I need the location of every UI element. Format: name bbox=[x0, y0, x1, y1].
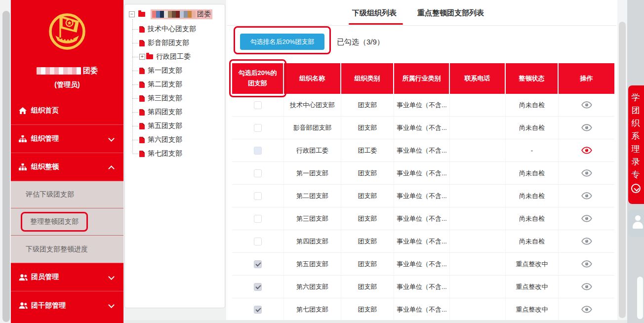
annotated-submenu-label: 整理整顿团支部 bbox=[21, 212, 88, 232]
sitemap-icon bbox=[19, 135, 28, 142]
row-checkbox-unchecked[interactable] bbox=[254, 169, 262, 177]
table-header-勾选后20%的团支部: 勾选后20%的团支部 bbox=[232, 63, 284, 94]
org-name-cell: 影音部团支部 bbox=[284, 117, 341, 139]
sidebar-item-团员管理[interactable]: 团员管理 bbox=[11, 263, 123, 291]
submenu-item-评估下级团支部[interactable]: 评估下级团支部 bbox=[11, 181, 123, 208]
view-eye-icon[interactable] bbox=[581, 306, 592, 313]
tree-item-第六团支部[interactable]: 第六团支部 bbox=[125, 133, 225, 147]
checkbox-cell bbox=[232, 94, 284, 116]
industry-cell: 事业单位（不含... bbox=[394, 276, 450, 298]
checkbox-cell bbox=[232, 117, 284, 139]
status-cell: 重点整改中 bbox=[506, 298, 559, 321]
submenu-label: 下级团支部整顿进度 bbox=[26, 245, 88, 254]
users-icon bbox=[19, 274, 28, 281]
industry-cell: 事业单位（不含... bbox=[394, 253, 450, 275]
chevron-down-icon bbox=[108, 302, 115, 308]
tree-item-影音部团支部[interactable]: 影音部团支部 bbox=[125, 36, 225, 50]
org-type-cell: 团支部 bbox=[341, 162, 394, 184]
action-cell bbox=[559, 185, 614, 207]
row-checkbox-unchecked[interactable] bbox=[254, 192, 262, 200]
tree-root-node[interactable]: − 团委 bbox=[129, 9, 212, 19]
org-name-cell: 第三团支部 bbox=[284, 207, 341, 230]
chevron-down-icon bbox=[108, 274, 115, 280]
row-checkbox-unchecked[interactable] bbox=[254, 101, 262, 109]
org-type-cell: 团支部 bbox=[341, 117, 394, 139]
org-name-cell: 第二团支部 bbox=[284, 185, 341, 207]
folder-icon bbox=[146, 54, 153, 59]
submenu-item-整理整顿团支部[interactable]: 整理整顿团支部 bbox=[11, 208, 123, 236]
view-eye-icon[interactable] bbox=[581, 169, 592, 177]
view-eye-icon[interactable] bbox=[581, 192, 592, 200]
view-eye-icon[interactable] bbox=[581, 124, 592, 131]
chevron-up-icon bbox=[108, 165, 115, 172]
tree-connector bbox=[132, 98, 138, 99]
checkbox-cell bbox=[232, 298, 284, 321]
tree-item-第三团支部[interactable]: 第三团支部 bbox=[125, 91, 225, 105]
tree-item-技术中心团支部[interactable]: 技术中心团支部 bbox=[125, 22, 225, 36]
row-checkbox-unchecked[interactable] bbox=[254, 215, 262, 223]
tree-item-label: 第六团支部 bbox=[148, 135, 182, 144]
tree-connector bbox=[132, 29, 138, 30]
tree-item-第七团支部[interactable]: 第七团支部 bbox=[125, 147, 225, 161]
tree-item-第五团支部[interactable]: 第五团支部 bbox=[125, 119, 225, 133]
view-eye-icon[interactable] bbox=[581, 283, 592, 290]
action-cell bbox=[559, 276, 614, 298]
row-checkbox-checked[interactable] bbox=[254, 306, 262, 314]
sidebar-item-团干部管理[interactable]: 团干部管理 bbox=[11, 291, 123, 320]
vertical-help-tab[interactable]: 学团织系理录专 bbox=[628, 85, 644, 204]
left-scrollbar-thumb[interactable] bbox=[2, 11, 10, 322]
org-name-cell: 第七团支部 bbox=[284, 298, 341, 321]
select-bottom20-button[interactable]: 勾选排名后20%团支部 bbox=[240, 34, 324, 50]
phone-cell bbox=[450, 230, 506, 252]
expand-icon[interactable]: + bbox=[139, 54, 145, 60]
table-row-影音部团支部: 影音部团支部团支部事业单位（不含...尚未自检 bbox=[232, 117, 614, 139]
phone-cell bbox=[450, 276, 506, 298]
vertical-tab-char: 团 bbox=[631, 104, 641, 117]
tree-item-label: 第三团支部 bbox=[148, 94, 182, 103]
sidebar-item-组织整顿[interactable]: 组织整顿 bbox=[11, 153, 123, 181]
org-name-cell: 技术中心团支部 bbox=[284, 94, 341, 116]
file-icon bbox=[139, 81, 145, 88]
submenu-item-下级团支部整顿进度[interactable]: 下级团支部整顿进度 bbox=[11, 236, 123, 263]
vertical-tab-char: 织 bbox=[631, 117, 641, 130]
view-eye-icon[interactable] bbox=[581, 215, 592, 222]
row-checkbox-disabled[interactable] bbox=[254, 147, 262, 155]
status-cell: - bbox=[506, 139, 559, 162]
content-scrollbar-thumb[interactable] bbox=[619, 22, 626, 318]
tree-item-行政团工委[interactable]: +行政团工委 bbox=[125, 50, 225, 64]
row-checkbox-unchecked[interactable] bbox=[254, 124, 262, 132]
row-checkbox-checked[interactable] bbox=[254, 260, 262, 268]
org-tree-panel: − 团委 技术中心团支部影音部团支部+行政团工委第一团支部第二团支部第三团支部第… bbox=[124, 4, 225, 308]
file-icon bbox=[139, 123, 145, 129]
tree-connector bbox=[132, 112, 138, 113]
row-checkbox-checked[interactable] bbox=[254, 283, 262, 291]
tab-重点整顿团支部列表[interactable]: 重点整顿团支部列表 bbox=[417, 8, 484, 18]
view-eye-icon[interactable] bbox=[581, 238, 592, 245]
tree-item-label: 影音部团支部 bbox=[148, 39, 189, 47]
person-tab[interactable] bbox=[628, 209, 644, 237]
row-checkbox-unchecked[interactable] bbox=[254, 238, 262, 245]
checkbox-cell bbox=[232, 207, 284, 230]
action-cell bbox=[559, 162, 614, 184]
view-eye-icon[interactable] bbox=[581, 101, 592, 109]
tree-item-第四团支部[interactable]: 第四团支部 bbox=[125, 105, 225, 119]
tab-下级组织列表[interactable]: 下级组织列表 bbox=[352, 8, 397, 18]
view-eye-icon-red[interactable] bbox=[581, 147, 592, 154]
folder-icon bbox=[138, 12, 145, 17]
bottom-scroll-strip bbox=[123, 320, 627, 323]
sidebar-item-组织首页[interactable]: 组织首页 bbox=[11, 97, 123, 125]
selected-count-text: 已勾选（3/9） bbox=[337, 38, 384, 47]
phone-cell bbox=[450, 207, 506, 230]
table-row-第六团支部: 第六团支部团支部事业单位（不含...重点整改中 bbox=[232, 276, 614, 298]
tree-item-第一团支部[interactable]: 第一团支部 bbox=[125, 64, 225, 78]
tree-root-redacted bbox=[152, 11, 196, 18]
view-eye-icon[interactable] bbox=[581, 260, 592, 268]
collapse-icon[interactable]: − bbox=[129, 11, 135, 17]
phone-cell bbox=[450, 162, 506, 184]
sidebar-item-组织管理[interactable]: 组织管理 bbox=[11, 125, 123, 153]
window-scrollbar-thumb[interactable] bbox=[637, 277, 643, 319]
tree-item-label: 行政团工委 bbox=[156, 52, 191, 61]
industry-cell: 事业单位（不含... bbox=[394, 162, 450, 184]
org-type-cell: 团支部 bbox=[341, 253, 394, 275]
tree-item-第二团支部[interactable]: 第二团支部 bbox=[125, 78, 225, 91]
